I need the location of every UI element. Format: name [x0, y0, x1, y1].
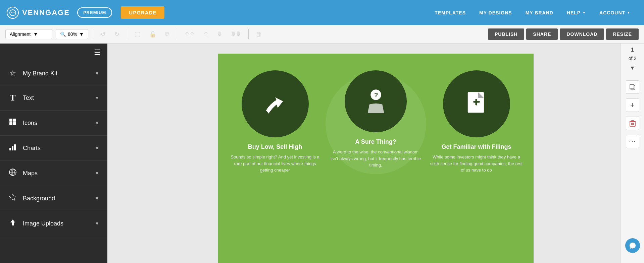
zoom-dropdown-icon: ▼: [79, 31, 84, 37]
share-button[interactable]: SHARE: [526, 28, 558, 40]
svg-rect-6: [12, 146, 13, 150]
premium-badge[interactable]: PREMIUM: [77, 7, 112, 18]
logo-text: VENNGAGE: [22, 8, 70, 17]
circle-item-buy-low: Buy Low, Sell High Sounds so simple righ…: [228, 70, 322, 174]
nav-links: TEMPLATES MY DESIGNS MY BRAND HELP ▼ ACC…: [177, 10, 637, 15]
image-uploads-arrow: ▼: [95, 221, 99, 226]
svg-rect-7: [14, 144, 16, 150]
sidebar-item-charts[interactable]: Charts ▼: [0, 136, 107, 161]
copy-page-button[interactable]: [626, 80, 639, 94]
circles-row: Buy Low, Sell High Sounds so simple righ…: [228, 70, 524, 174]
charts-icon: [8, 143, 17, 153]
maps-icon: [8, 168, 17, 178]
text-icon: T: [8, 93, 17, 103]
redo-button[interactable]: ↻: [112, 29, 122, 39]
sidebar-item-my-brand-kit[interactable]: ☆ My Brand Kit ▼: [0, 62, 107, 85]
filings-desc: While some investors might think they ha…: [430, 154, 524, 174]
sidebar-label-my-brand-kit: My Brand Kit: [23, 70, 89, 77]
account-dropdown-arrow: ▼: [627, 11, 631, 14]
zoom-label: 80%: [68, 31, 77, 37]
buy-low-title: Buy Low, Sell High: [248, 143, 302, 150]
sidebar-label-text: Text: [23, 94, 89, 102]
upgrade-button[interactable]: UPGRADE: [121, 6, 164, 19]
logo[interactable]: VENNGAGE: [7, 7, 70, 19]
bring-forward-button[interactable]: ⤊: [201, 29, 211, 39]
lock-button[interactable]: 🔒: [146, 29, 159, 39]
alignment-select[interactable]: Alignment ▼: [5, 29, 52, 39]
delete-button[interactable]: 🗑: [253, 29, 265, 39]
svg-rect-3: [9, 122, 12, 125]
divider-3: [177, 29, 177, 39]
image-button[interactable]: ⬚: [132, 29, 143, 39]
divider-1: [93, 29, 93, 39]
delete-page-button[interactable]: [626, 117, 639, 130]
sidebar: ☰ ☆ My Brand Kit ▼ T Text ▼ Icons ▼: [0, 44, 107, 263]
hamburger-menu[interactable]: ☰: [94, 48, 101, 57]
sidebar-label-icons: Icons: [23, 120, 89, 127]
my-brand-kit-arrow: ▼: [95, 71, 99, 76]
add-page-button[interactable]: +: [626, 98, 639, 112]
resize-button[interactable]: RESIZE: [606, 28, 639, 40]
add-icon: +: [630, 101, 635, 110]
circle-item-filings: Get Familiar with Filings While some inv…: [430, 70, 524, 174]
svg-rect-5: [9, 148, 11, 150]
maps-arrow: ▼: [95, 171, 99, 176]
svg-rect-19: [630, 84, 634, 89]
circle-sure-thing: ?: [345, 70, 407, 132]
sidebar-item-icons[interactable]: Icons ▼: [0, 111, 107, 136]
icons-arrow: ▼: [95, 120, 99, 126]
sidebar-label-image-uploads: Image Uploads: [23, 220, 89, 227]
help-dropdown-arrow: ▼: [582, 11, 586, 14]
page-indicator: 1 of 2 ▼ +: [621, 44, 644, 263]
sidebar-item-image-uploads[interactable]: Image Uploads ▼: [0, 211, 107, 236]
chat-button[interactable]: [625, 238, 640, 253]
svg-rect-1: [9, 119, 12, 122]
charts-arrow: ▼: [95, 145, 99, 151]
background-icon: [8, 193, 17, 203]
undo-button[interactable]: ↺: [98, 29, 108, 39]
nav-my-designs[interactable]: MY DESIGNS: [473, 10, 519, 15]
circle-item-sure-thing: ? A Sure Thing? A word to the wise: the …: [329, 70, 423, 169]
canvas-area: Buy Low, Sell High Sounds so simple righ…: [107, 44, 644, 263]
send-back-button[interactable]: ⤋⤋: [228, 29, 244, 39]
star-icon: ☆: [8, 69, 17, 78]
publish-button[interactable]: PUBLISH: [488, 28, 524, 40]
ellipsis-icon: ⋮: [629, 138, 637, 145]
trash-icon: [630, 120, 636, 127]
sidebar-label-maps: Maps: [23, 170, 89, 177]
sidebar-item-text[interactable]: T Text ▼: [0, 85, 107, 111]
svg-rect-17: [475, 99, 477, 105]
download-button[interactable]: DOWNLOAD: [560, 28, 604, 40]
bring-front-button[interactable]: ⤊⤊: [182, 29, 197, 39]
upload-icon: [8, 218, 17, 228]
toolbar: Alignment ▼ 🔍 80% ▼ ↺ ↻ ⬚ 🔒 ⧉ ⤊⤊ ⤊ ⤋ ⤋⤋ …: [0, 25, 644, 44]
sidebar-label-charts: Charts: [23, 145, 89, 152]
circle-filings: [443, 70, 510, 137]
svg-marker-12: [10, 219, 15, 225]
more-options-button[interactable]: ⋮: [626, 135, 639, 148]
page-down-button[interactable]: ▼: [629, 64, 637, 72]
zoom-search-icon: 🔍: [60, 31, 66, 37]
page-current: 1: [631, 47, 634, 53]
logo-icon: [7, 7, 19, 19]
nav-templates[interactable]: TEMPLATES: [428, 10, 473, 15]
svg-point-0: [10, 10, 16, 16]
sidebar-item-background[interactable]: Background ▼: [0, 186, 107, 211]
circle-buy-low: [242, 70, 309, 137]
canvas-document[interactable]: Buy Low, Sell High Sounds so simple righ…: [218, 54, 534, 263]
nav-account[interactable]: ACCOUNT ▼: [593, 10, 637, 15]
infographic-content: Buy Low, Sell High Sounds so simple righ…: [218, 54, 534, 263]
zoom-select[interactable]: 🔍 80% ▼: [56, 29, 88, 39]
nav-my-brand[interactable]: MY BRAND: [519, 10, 560, 15]
sure-thing-desc: A word to the wise: the conventional wis…: [329, 149, 423, 169]
copy-icon: [629, 84, 636, 90]
nav-help[interactable]: HELP ▼: [560, 10, 593, 15]
text-arrow: ▼: [95, 95, 99, 101]
top-nav: VENNGAGE PREMIUM UPGRADE TEMPLATES MY DE…: [0, 0, 644, 25]
sidebar-item-maps[interactable]: Maps ▼: [0, 161, 107, 186]
send-backward-button[interactable]: ⤋: [214, 29, 225, 39]
background-arrow: ▼: [95, 196, 99, 201]
divider-4: [248, 29, 249, 39]
copy-button[interactable]: ⧉: [162, 29, 172, 39]
svg-rect-2: [13, 119, 16, 122]
